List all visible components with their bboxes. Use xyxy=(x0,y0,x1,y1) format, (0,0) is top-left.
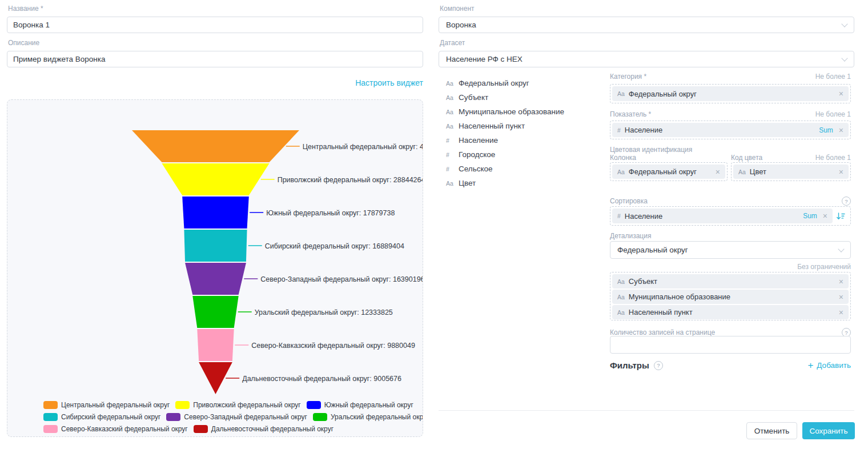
dataset-field[interactable]: AaСубъект xyxy=(446,90,600,105)
legend-item[interactable]: Приволжский федеральный округ xyxy=(175,401,300,409)
text-type-icon: Aa xyxy=(446,80,457,87)
close-icon[interactable]: × xyxy=(839,90,843,98)
legend-swatch xyxy=(43,425,58,433)
legend-swatch xyxy=(43,401,58,409)
detailing-select[interactable]: Федеральный округ xyxy=(610,241,851,259)
close-icon[interactable]: × xyxy=(823,212,827,220)
close-icon[interactable]: × xyxy=(839,293,843,301)
measure-limit: Не более 1 xyxy=(815,110,851,118)
aggregation-badge[interactable]: Sum xyxy=(803,212,817,220)
color-column-chip[interactable]: Aa Федеральный округ × xyxy=(612,165,725,179)
text-type-icon: Aa xyxy=(617,278,625,285)
legend-item[interactable]: Южный федеральный округ xyxy=(307,401,413,409)
legend-row: Сибирский федеральный округ Северо-Запад… xyxy=(43,413,423,421)
color-column-label: Колонка xyxy=(610,154,731,162)
text-type-icon: Aa xyxy=(446,109,457,115)
add-filter-button[interactable]: + Добавить xyxy=(807,360,851,370)
dataset-value: Население РФ с HEX xyxy=(446,55,842,63)
filters-label: Фильтры xyxy=(610,360,649,370)
legend-swatch xyxy=(43,413,58,421)
color-column-dropzone[interactable]: Aa Федеральный округ × xyxy=(610,162,728,181)
legend-item[interactable]: Северо-Западный федеральный округ xyxy=(166,413,307,421)
close-icon[interactable]: × xyxy=(716,168,720,176)
chip-label: Населенный пункт xyxy=(629,308,693,316)
dataset-field[interactable]: #Городское xyxy=(446,147,600,162)
help-icon[interactable]: ? xyxy=(842,197,851,206)
dataset-field[interactable]: AaЦвет xyxy=(446,176,600,190)
sort-direction-button[interactable] xyxy=(833,212,849,221)
configure-widget-link[interactable]: Настроить виджет xyxy=(355,78,423,87)
dataset-field[interactable]: #Население xyxy=(446,133,600,147)
legend-label: Южный федеральный округ xyxy=(324,401,413,409)
detailing-chip[interactable]: Aa Субъект × xyxy=(612,274,849,288)
sorting-dropzone[interactable]: # Население Sum × xyxy=(610,206,851,226)
close-icon[interactable]: × xyxy=(839,308,843,316)
legend-label: Сибирский федеральный округ xyxy=(61,413,160,421)
dataset-field-list: AaФедеральный округ AaСубъект AaМуниципа… xyxy=(446,76,600,190)
dataset-field[interactable]: #Сельское xyxy=(446,162,600,176)
text-type-icon: Aa xyxy=(446,123,457,130)
funnel-segment[interactable] xyxy=(197,329,234,361)
cancel-button[interactable]: Отменить xyxy=(746,422,797,439)
category-dropzone[interactable]: Aa Федеральный округ × xyxy=(610,84,851,103)
close-icon[interactable]: × xyxy=(839,278,843,286)
close-icon[interactable]: × xyxy=(839,168,843,176)
funnel-segment[interactable] xyxy=(162,163,269,195)
aggregation-badge[interactable]: Sum xyxy=(819,126,833,134)
page-size-input[interactable] xyxy=(610,336,851,354)
color-code-dropzone[interactable]: Aa Цвет × xyxy=(731,162,851,181)
sorting-chip[interactable]: # Население Sum × xyxy=(612,209,833,223)
dataset-field[interactable]: AaМуниципальное образование xyxy=(446,105,600,119)
number-type-icon: # xyxy=(446,151,457,158)
name-input[interactable] xyxy=(7,17,423,33)
chevron-down-icon xyxy=(841,55,847,61)
save-button[interactable]: Сохранить xyxy=(802,422,855,439)
funnel-data-label: Северо-Кавказский федеральный округ: 988… xyxy=(251,342,415,350)
chevron-down-icon xyxy=(838,246,844,252)
number-type-icon: # xyxy=(446,137,457,144)
funnel-data-label: Центральный федеральный округ: 44926457 xyxy=(303,143,423,151)
legend-swatch xyxy=(194,425,208,433)
legend-item[interactable]: Северо-Кавказский федеральный округ xyxy=(43,425,188,433)
number-type-icon: # xyxy=(446,166,457,173)
chevron-down-icon xyxy=(841,21,847,27)
detailing-chip[interactable]: Aa Населенный пункт × xyxy=(612,305,849,319)
funnel-segment[interactable] xyxy=(132,130,299,162)
sort-descending-icon xyxy=(836,212,845,221)
close-icon[interactable]: × xyxy=(839,126,843,134)
legend-label: Центральный федеральный округ xyxy=(61,401,170,409)
chip-label: Население xyxy=(625,126,662,134)
legend-label: Северо-Кавказский федеральный округ xyxy=(61,425,188,433)
field-label: Население xyxy=(459,136,498,145)
field-label: Населенный пункт xyxy=(459,122,525,130)
field-label: Федеральный округ xyxy=(459,79,529,87)
funnel-segment[interactable] xyxy=(192,296,238,328)
category-label: Категория * xyxy=(610,73,646,81)
text-type-icon: Aa xyxy=(617,309,625,316)
dataset-select[interactable]: Население РФ с HEX xyxy=(439,51,854,67)
measure-chip[interactable]: # Население Sum × xyxy=(612,123,849,137)
legend-swatch xyxy=(307,401,321,409)
component-select[interactable]: Воронка xyxy=(439,17,854,33)
funnel-segment[interactable] xyxy=(182,197,249,228)
description-input[interactable] xyxy=(7,51,423,67)
dataset-field[interactable]: AaНаселенный пункт xyxy=(446,119,600,133)
detailing-dropzone[interactable]: Aa Субъект × Aa Муниципальное образовани… xyxy=(610,272,851,320)
legend-item[interactable]: Сибирский федеральный округ xyxy=(43,413,160,421)
detailing-chip[interactable]: Aa Муниципальное образование × xyxy=(612,290,849,304)
legend-item[interactable]: Уральский федеральный округ xyxy=(313,413,423,421)
category-chip[interactable]: Aa Федеральный округ × xyxy=(612,86,849,101)
detailing-value: Федеральный округ xyxy=(617,246,839,254)
chip-label: Федеральный округ xyxy=(629,167,697,176)
legend-item[interactable]: Дальневосточный федеральный округ xyxy=(194,425,333,433)
funnel-segment[interactable] xyxy=(184,230,247,262)
measure-dropzone[interactable]: # Население Sum × xyxy=(610,121,851,139)
legend-item[interactable]: Центральный федеральный округ xyxy=(43,401,170,409)
dataset-label: Датасет xyxy=(440,39,465,47)
color-code-chip[interactable]: Aa Цвет × xyxy=(733,165,849,179)
legend-label: Приволжский федеральный округ xyxy=(193,401,300,409)
funnel-segment[interactable] xyxy=(185,263,246,295)
help-icon[interactable]: ? xyxy=(654,361,663,370)
dataset-field[interactable]: AaФедеральный округ xyxy=(446,76,600,90)
field-label: Муниципальное образование xyxy=(459,107,564,116)
